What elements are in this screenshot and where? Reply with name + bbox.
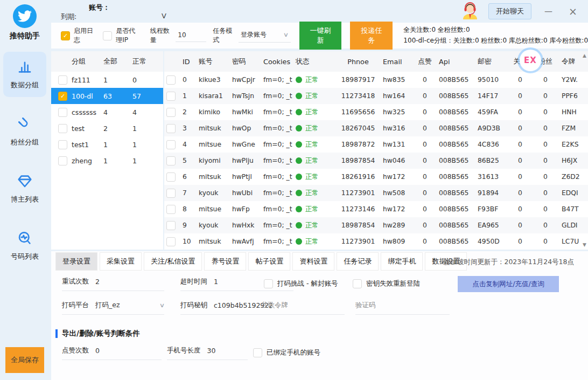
status-dot-icon	[296, 157, 302, 164]
checkbox-icon[interactable]	[103, 31, 112, 40]
checkbox-icon[interactable]	[353, 279, 362, 288]
sidebar-item-号码列表[interactable]: 号码列表	[3, 223, 46, 268]
group-total: 4	[101, 108, 130, 116]
like-count-field[interactable]: 点赞次数 0	[62, 346, 162, 360]
start-chat-button[interactable]: 开始聊天	[488, 3, 531, 19]
scroll-down-icon[interactable]: ▼	[583, 242, 586, 247]
close-button[interactable]: ×	[565, 5, 580, 17]
checkbox-icon[interactable]: ✓	[58, 92, 67, 101]
cell: hwPtjl	[230, 173, 261, 181]
table-row[interactable]: 5kiyomihwPljufm=0; _t正常18987854hw0460008…	[164, 153, 588, 169]
column-header-5[interactable]: 状态	[293, 57, 335, 66]
table-row[interactable]: 2kimikohwMkifm=0; _t正常11695656hw3250008B…	[164, 104, 588, 120]
group-row-test[interactable]: test21	[51, 120, 163, 136]
tab-采集设置[interactable]: 采集设置	[100, 252, 142, 271]
checkbox-icon[interactable]	[166, 221, 176, 230]
table-row[interactable]: 10mitsukhwAvfjfm=0; _t正常11273901hw809000…	[164, 233, 588, 250]
group-row-zheng[interactable]: zheng11	[51, 153, 163, 169]
cell: 18987854	[335, 157, 381, 164]
cell: 0	[531, 125, 559, 132]
captcha-platform-field[interactable]: 打码平台 打码_ez ∨	[62, 301, 164, 315]
table-row[interactable]: 1kisara1hwTsjnfm=0; _t正常11273418hw164000…	[164, 88, 588, 104]
table-row[interactable]: 7kyoukhwUbifm=0; _t正常11273901hw5080008B5…	[164, 185, 588, 201]
tab-帖子设置[interactable]: 帖子设置	[248, 252, 290, 271]
group-row-fz111[interactable]: fz11110	[51, 72, 163, 88]
table-row[interactable]: 3mitsukhwOpfm=0; _t正常18267045hw3160008B5…	[164, 120, 588, 136]
checkbox-icon[interactable]	[166, 140, 176, 149]
group-row-cssssss[interactable]: cssssss44	[51, 104, 163, 120]
checkbox-icon[interactable]	[166, 189, 176, 198]
cell: 10	[180, 238, 197, 245]
copy-url-recharge-button[interactable]: 点击复制网址/充值/查询	[458, 276, 559, 292]
checkbox-icon[interactable]	[166, 75, 176, 85]
ex-badge[interactable]: EX	[520, 50, 541, 71]
cell: mitsuk	[197, 238, 230, 245]
column-header-2[interactable]: 账号	[197, 57, 230, 66]
proxy-ip-checkbox[interactable]: 是否代理IP	[103, 26, 142, 45]
table-row[interactable]: 6mitsukhwPtjlfm=0; _t正常18261916hw1720008…	[164, 169, 588, 185]
bound-phone-checkbox[interactable]: 已绑定手机的账号	[253, 348, 320, 357]
cell: 0	[413, 173, 437, 181]
tab-关注/私信设置[interactable]: 关注/私信设置	[144, 252, 202, 271]
sidebar-item-博主列表[interactable]: 博主列表	[3, 166, 46, 211]
dispatch-task-button[interactable]: 投递任务	[350, 22, 393, 50]
checkbox-icon[interactable]	[58, 140, 67, 149]
checkbox-icon[interactable]	[58, 156, 67, 165]
column-header-4[interactable]: Cookies	[261, 58, 293, 66]
table-row[interactable]: 4mitsuehwGnefm=0; _t正常18987872hw1310008B…	[164, 136, 588, 153]
table-row[interactable]: 9kyoukhwHxkfm=0; _t正常18987854hw2890008B5…	[164, 217, 588, 233]
retry-count-field[interactable]: 重试次数 2	[62, 277, 164, 291]
google-token-field[interactable]: 谷歌令牌	[261, 301, 345, 315]
checkbox-icon[interactable]	[166, 156, 176, 165]
checkbox-icon[interactable]	[166, 92, 176, 101]
key-relogin-checkbox[interactable]: 密钥失效重新登陆	[353, 279, 420, 288]
cell: mitsuk	[197, 173, 230, 181]
cell: kisara1	[197, 92, 230, 100]
thread-count-input[interactable]: 10	[176, 30, 206, 42]
version-dropdown[interactable]: V	[162, 12, 166, 20]
column-header-10[interactable]: 邮密	[475, 57, 509, 66]
cell: 11273901	[335, 189, 381, 197]
table-row[interactable]: 0kikue3hwCpjrfm=0; _t正常18987917hw8350008…	[164, 72, 588, 88]
checkbox-icon[interactable]	[58, 75, 67, 85]
column-header-8[interactable]: 点赞	[413, 57, 437, 66]
tab-任务记录[interactable]: 任务记录	[337, 252, 379, 271]
checkbox-icon[interactable]	[166, 108, 176, 117]
group-row-100-dl[interactable]: ✓100-dl6357	[51, 88, 163, 104]
checkbox-icon[interactable]: ✓	[61, 31, 70, 40]
checkbox-icon[interactable]	[264, 279, 273, 288]
scroll-up-icon[interactable]: ▲	[583, 53, 586, 58]
captcha-challenge-checkbox[interactable]: 打码挑战 - 解封账号	[264, 279, 338, 288]
checkbox-icon[interactable]	[58, 108, 67, 117]
checkbox-icon[interactable]	[166, 205, 176, 214]
tab-登录设置[interactable]: 登录设置	[55, 252, 97, 271]
refresh-all-button[interactable]: 一键刷新	[299, 22, 342, 50]
global-save-button[interactable]: 全局保存	[5, 347, 44, 373]
table-row[interactable]: 8mitsuehwFpfm=0; _t正常11273146hw1720008B5…	[164, 201, 588, 217]
phone-length-field[interactable]: 手机号长度 30	[167, 346, 248, 360]
column-header-3[interactable]: 密码	[230, 57, 261, 66]
column-header-7[interactable]: Email	[381, 58, 413, 66]
checkbox-icon[interactable]	[253, 348, 262, 357]
cell: 008B565	[437, 238, 475, 245]
tab-资料设置[interactable]: 资料设置	[292, 252, 334, 271]
task-mode-select[interactable]: 登录账号 ∨	[239, 29, 290, 43]
tab-绑定手机[interactable]: 绑定手机	[381, 252, 423, 271]
status-dot-icon	[296, 190, 302, 196]
column-header-6[interactable]: Phnoe	[335, 58, 381, 66]
checkbox-icon[interactable]	[166, 124, 176, 133]
verify-code-field[interactable]: 验证码	[355, 301, 450, 315]
column-header-1[interactable]: ID	[180, 58, 197, 66]
checkbox-icon[interactable]	[166, 237, 176, 246]
group-row-test1[interactable]: test111	[51, 136, 163, 153]
column-header-9[interactable]: Api	[437, 58, 475, 66]
tab-养号设置[interactable]: 养号设置	[204, 252, 246, 271]
checkbox-icon[interactable]	[58, 124, 67, 133]
cell: B47T	[559, 205, 586, 213]
sidebar-item-粉丝分组[interactable]: 粉丝分组	[3, 109, 46, 154]
checkbox-icon[interactable]	[166, 172, 176, 182]
enable-log-checkbox[interactable]: ✓ 启用日志	[61, 26, 94, 45]
minimize-button[interactable]: —	[540, 6, 557, 16]
sidebar-item-数据分组[interactable]: 数据分组	[3, 52, 46, 97]
column-header-13[interactable]: 令牌	[559, 57, 586, 66]
